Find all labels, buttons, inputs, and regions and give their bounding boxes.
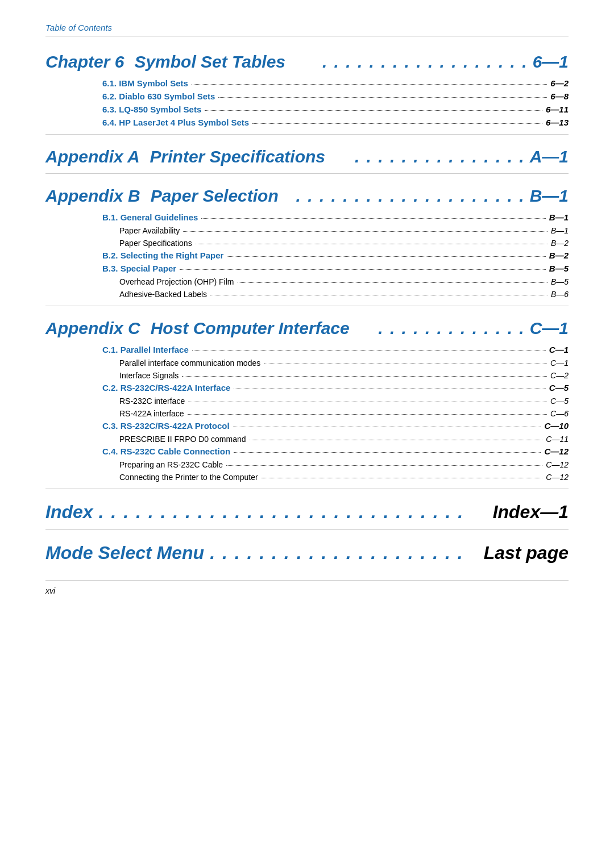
entry-c2-sub2: RS-422A interface C—6 [45, 407, 569, 418]
entry-b3-sub2: Adhesive-Backed Labels B—6 [45, 288, 569, 299]
top-rule [45, 36, 569, 36]
entry-c1-page: C—1 [549, 345, 569, 354]
entry-c3-dots [233, 418, 541, 427]
entry-c1-sub2-title: Interface Signals [119, 371, 179, 380]
entry-c4-sub1-dots [226, 457, 542, 466]
mode-select-heading: Mode Select Menu . . . . . . . . . . . .… [45, 542, 569, 564]
entry-c4-sub2-dots [262, 469, 543, 478]
entry-c3-sub1-title: PRESCRIBE II FRPO D0 command [119, 435, 246, 444]
entry-b1-sub1-title: Paper Availability [119, 226, 180, 235]
entry-6-1-title: 6.1. IBM Symbol Sets [102, 78, 188, 88]
entry-c4-sub1: Preparing an RS-232C Cable C—12 [45, 458, 569, 469]
entry-c2-sub1-page: C—5 [550, 397, 569, 406]
mode-select-dots: . . . . . . . . . . . . . . . . . . . . … [210, 542, 478, 564]
appendix-c-dots: . . . . . . . . . . . . . [378, 319, 525, 338]
entry-6-4-title: 6.4. HP LaserJet 4 Plus Symbol Sets [102, 118, 249, 127]
entry-c1-sub2-dots [182, 368, 547, 377]
entry-b3-page: B—5 [549, 264, 569, 273]
entry-6-1-page: 6—2 [550, 78, 569, 88]
entry-b1-sub2: Paper Specifications B—2 [45, 237, 569, 248]
index-heading: Index . . . . . . . . . . . . . . . . . … [45, 502, 569, 523]
mode-select-block: Mode Select Menu . . . . . . . . . . . .… [45, 529, 569, 564]
index-dots: . . . . . . . . . . . . . . . . . . . . … [99, 502, 487, 523]
entry-6-4-page: 6—13 [546, 118, 569, 127]
entry-c3: C.3. RS-232C/RS-422A Protocol C—10 [45, 420, 569, 431]
entry-c3-sub1-page: C—11 [546, 435, 569, 444]
appendix-a-dots: . . . . . . . . . . . . . . . [355, 147, 525, 166]
chapter-6-block: Chapter 6 Symbol Set Tables . . . . . . … [45, 52, 569, 127]
entry-b2-title: B.2. Selecting the Right Paper [102, 251, 223, 260]
mode-select-page: Last page [484, 542, 569, 564]
chapter-6-dots: . . . . . . . . . . . . . . . . . . [322, 52, 528, 72]
entry-b3-sub1-page: B—5 [551, 277, 569, 286]
entry-6-2-page: 6—8 [550, 91, 569, 101]
entry-c1: C.1. Parallel Interface C—1 [45, 344, 569, 354]
entry-6-1-dots [192, 76, 547, 85]
entry-b3: B.3. Special Paper B—5 [45, 262, 569, 273]
entry-c1-sub1-dots [264, 355, 547, 364]
entry-c2-sub1: RS-232C interface C—5 [45, 395, 569, 406]
entry-b1-sub1: Paper Availability B—1 [45, 224, 569, 235]
index-page: Index—1 [493, 502, 569, 523]
entry-c4-page: C—12 [544, 446, 569, 456]
footer-page-number: xvi [45, 586, 55, 595]
entry-c3-title: C.3. RS-232C/RS-422A Protocol [102, 421, 230, 431]
entry-c3-sub1-dots [250, 431, 543, 440]
entry-6-3-title: 6.3. LQ-850 Symbol Sets [102, 105, 201, 114]
entry-b1-sub2-title: Paper Specifications [119, 239, 192, 248]
entry-c4-sub2-page: C—12 [546, 473, 569, 482]
entry-b2-dots [227, 248, 545, 257]
appendix-c-block: Appendix C Host Computer Interface . . .… [45, 306, 569, 482]
appendix-a-label: Appendix A [45, 147, 140, 166]
mode-select-rule [45, 529, 569, 530]
entry-b1-title: B.1. General Guidelines [102, 212, 198, 222]
entry-b1-sub2-dots [196, 235, 547, 244]
entry-c4-sub1-page: C—12 [546, 460, 569, 469]
entry-6-2-title: 6.2. Diablo 630 Symbol Sets [102, 91, 215, 101]
index-label: Index [45, 502, 93, 523]
entry-b2: B.2. Selecting the Right Paper B—2 [45, 249, 569, 260]
entry-c2-dots [234, 380, 545, 389]
entry-b3-sub2-dots [210, 286, 547, 295]
entry-b3-sub2-page: B—6 [551, 290, 569, 299]
entry-c1-sub1-page: C—1 [550, 358, 569, 368]
entry-6-3-page: 6—11 [546, 105, 569, 114]
appendix-b-block: Appendix B Paper Selection . . . . . . .… [45, 173, 569, 299]
chapter-6-label: Chapter 6 [45, 52, 124, 72]
entry-6-2-dots [218, 89, 547, 98]
appendix-b-heading: Appendix B Paper Selection . . . . . . .… [45, 186, 569, 206]
appendix-c-page: C—1 [530, 319, 569, 338]
entry-b1-dots [201, 210, 545, 219]
entry-c3-sub1: PRESCRIBE II FRPO D0 command C—11 [45, 433, 569, 444]
appendix-b-label: Appendix B [45, 186, 140, 206]
appendix-b-title: Paper Selection [151, 186, 292, 206]
appendix-b-rule [45, 173, 569, 174]
entry-b3-sub1: Overhead Projection (OHP) Film B—5 [45, 276, 569, 286]
index-block: Index . . . . . . . . . . . . . . . . . … [45, 489, 569, 523]
entry-b3-sub1-dots [238, 274, 547, 283]
table-of-contents-link[interactable]: Table of Contents [45, 23, 112, 32]
entry-c4-dots [234, 444, 541, 453]
entry-b2-page: B—2 [549, 251, 569, 260]
entry-6-2: 6.2. Diablo 630 Symbol Sets 6—8 [45, 90, 569, 101]
entry-c1-sub2-page: C—2 [550, 371, 569, 380]
entry-c4-sub1-title: Preparing an RS-232C Cable [119, 460, 223, 469]
appendix-a-title: Printer Specifications [150, 147, 350, 166]
entry-c4-sub2-title: Connecting the Printer to the Computer [119, 473, 258, 482]
entry-c4-sub2: Connecting the Printer to the Computer C… [45, 471, 569, 482]
appendix-c-title: Host Computer Interface [151, 319, 374, 338]
entry-c2-sub2-page: C—6 [550, 409, 569, 418]
appendix-b-page: B—1 [530, 186, 569, 206]
entry-b1-sub2-page: B—2 [551, 239, 569, 248]
entry-6-3-dots [205, 102, 542, 111]
entry-c1-sub1: Parallel interface communication modes C… [45, 357, 569, 368]
chapter-6-title: Symbol Set Tables [134, 52, 318, 72]
entry-c2-sub2-dots [188, 406, 547, 415]
entry-c2-page: C—5 [549, 383, 569, 393]
entry-6-1: 6.1. IBM Symbol Sets 6—2 [45, 77, 569, 88]
footer-rule [45, 581, 569, 581]
entry-c3-page: C—10 [544, 421, 569, 431]
chapter-6-heading: Chapter 6 Symbol Set Tables . . . . . . … [45, 52, 569, 72]
mode-select-label: Mode Select Menu [45, 542, 204, 564]
page-footer: xvi [45, 581, 569, 596]
